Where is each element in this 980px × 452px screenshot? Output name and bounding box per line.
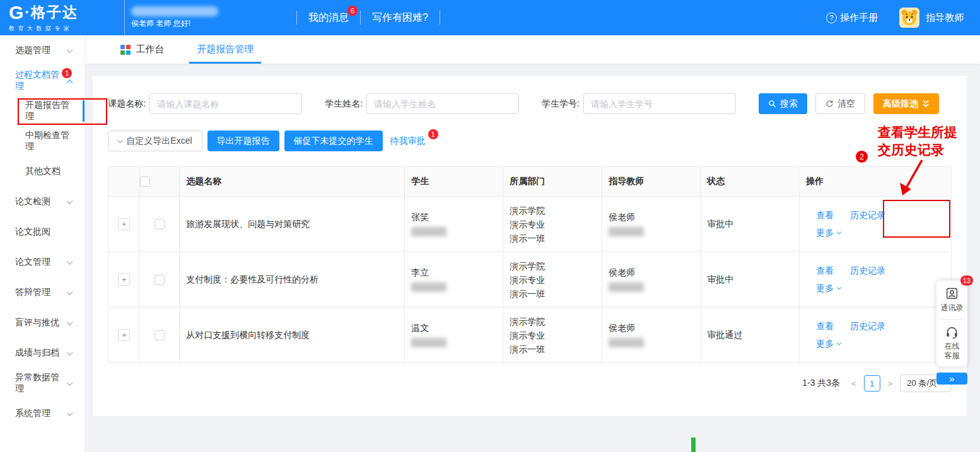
header-nav: 我的消息 6 写作有困难? xyxy=(296,0,440,35)
student-cell: 温文 xyxy=(405,307,503,362)
sidebar-item-opening-report[interactable]: 开题报告管理 xyxy=(0,96,85,126)
tab-opening-report-management[interactable]: 开题报告管理 xyxy=(180,35,270,64)
history-link[interactable]: 历史记录 xyxy=(850,265,885,277)
student-cell: 张笑 xyxy=(405,196,503,252)
greeting-text: 侯老师 老师 您好! xyxy=(131,18,226,29)
pending-approval-link[interactable]: 待我审批 1 xyxy=(390,136,435,147)
chevron-down-icon xyxy=(67,198,73,204)
my-messages-link[interactable]: 我的消息 6 xyxy=(297,11,360,25)
more-link[interactable]: 更多 xyxy=(816,283,841,294)
custom-export-excel-dropdown[interactable]: 自定义导出Excel xyxy=(108,130,202,151)
online-service-button[interactable]: 在线客服 xyxy=(936,320,967,366)
chevron-down-icon xyxy=(837,286,841,290)
sidebar-item-paper-management[interactable]: 论文管理 xyxy=(0,247,85,277)
row-checkbox[interactable] xyxy=(155,330,165,340)
history-link[interactable]: 历史记录 xyxy=(850,321,885,332)
annotation-arrow-icon xyxy=(894,159,925,198)
redacted-username xyxy=(131,6,218,16)
header-department: 所属部门 xyxy=(503,167,602,196)
topic-cell: 从对口支援到横向转移支付制度 xyxy=(180,307,405,362)
redacted-student-id xyxy=(411,282,446,292)
advisor-cell: 侯老师 xyxy=(602,252,701,307)
sidebar-item-defense-management[interactable]: 答辩管理 xyxy=(0,277,85,308)
header-status: 状态 xyxy=(701,167,800,196)
topic-name-input[interactable] xyxy=(149,93,302,114)
logo-text: ·格子达 xyxy=(25,5,78,20)
department-cell: 演示学院演示专业演示一班 xyxy=(503,252,602,307)
sidebar-item-midterm-check[interactable]: 中期检查管理 xyxy=(0,126,85,156)
export-opening-report-button[interactable]: 导出开题报告 xyxy=(207,130,279,151)
row-checkbox[interactable] xyxy=(155,219,165,229)
view-link[interactable]: 查看 xyxy=(816,210,834,221)
operation-manual-link[interactable]: ? 操作手册 xyxy=(826,12,878,24)
student-id-label: 学生学号: xyxy=(542,98,580,110)
sidebar-item-process-documents[interactable]: 过程文档管理 1 xyxy=(0,66,85,96)
advanced-filter-button[interactable]: 高级筛选 xyxy=(873,93,939,114)
student-id-input[interactable] xyxy=(583,93,736,114)
divider xyxy=(440,11,440,25)
sidebar-item-grades-archive[interactable]: 成绩与归档 xyxy=(0,338,85,368)
chevron-down-icon xyxy=(67,319,73,325)
clear-button[interactable]: 清空 xyxy=(815,93,865,114)
expand-row-button[interactable]: + xyxy=(118,218,130,230)
top-header: G ·格子达 教育大数据专家 侯老师 老师 您好! 我的消息 6 写作有困难? … xyxy=(0,0,980,35)
status-cell: 审批通过 xyxy=(701,307,800,362)
current-page-button[interactable]: 1 xyxy=(864,375,880,391)
tab-workbench[interactable]: 工作台 xyxy=(104,35,180,64)
collapse-panel-button[interactable]: » xyxy=(936,373,967,385)
scroll-indicator xyxy=(691,438,696,452)
redacted-advisor-id xyxy=(609,227,644,236)
prev-page-button[interactable]: < xyxy=(850,379,858,388)
app-logo: G ·格子达 教育大数据专家 xyxy=(0,0,125,35)
next-page-button[interactable]: > xyxy=(887,379,894,388)
sidebar-item-topic-management[interactable]: 选题管理 xyxy=(0,35,85,66)
expand-row-button[interactable]: + xyxy=(118,329,130,341)
select-all-checkbox[interactable] xyxy=(140,177,150,187)
header-advisor: 指导教师 xyxy=(602,167,701,196)
search-button[interactable]: 搜索 xyxy=(759,93,807,114)
process-docs-badge: 1 xyxy=(62,68,72,78)
more-link[interactable]: 更多 xyxy=(816,339,841,350)
pending-approval-badge: 1 xyxy=(428,129,438,139)
contacts-button[interactable]: 通讯录 xyxy=(936,281,967,319)
status-cell: 审批中 xyxy=(701,252,800,307)
sidebar-item-system-management[interactable]: 系统管理 xyxy=(0,398,85,429)
logo-g-icon: G xyxy=(9,3,23,22)
tiger-avatar-icon xyxy=(900,8,919,27)
header-student: 学生 xyxy=(405,167,503,196)
row-checkbox[interactable] xyxy=(155,275,165,285)
view-link[interactable]: 查看 xyxy=(816,265,834,277)
expand-row-button[interactable]: + xyxy=(118,274,130,286)
topic-name-label: 课题名称: xyxy=(108,98,146,110)
main-area: 工作台 开题报告管理 课题名称: 学生姓名: xyxy=(85,35,980,452)
redacted-advisor-id xyxy=(609,338,644,347)
advisor-avatar[interactable] xyxy=(899,8,919,28)
topic-cell: 旅游发展现状、问题与对策研究 xyxy=(180,196,405,252)
content-area: 课题名称: 学生姓名: 学生学号: 搜索 xyxy=(85,64,980,452)
table-row: + 从对口支援到横向转移支付制度 温文 演示学院演示专业演示一班 侯老师 审批通… xyxy=(108,307,951,362)
more-link[interactable]: 更多 xyxy=(816,228,841,239)
reports-table: 选题名称 学生 所属部门 指导教师 状态 操作 + 旅游发展现状、问题与对策研究… xyxy=(108,166,952,363)
sidebar-item-paper-review[interactable]: 论文批阅 xyxy=(0,217,85,247)
view-link[interactable]: 查看 xyxy=(816,321,834,332)
history-link[interactable]: 历史记录 xyxy=(850,210,885,221)
sidebar: 选题管理 过程文档管理 1 开题报告管理 中期检查管理 其他文档 论文检测 论文… xyxy=(0,35,85,452)
chevron-down-icon xyxy=(67,410,73,416)
sidebar-item-abnormal-data[interactable]: 异常数据管理 xyxy=(0,368,85,398)
chevron-down-icon xyxy=(67,258,73,265)
urge-unsubmitted-students-button[interactable]: 催促下未提交的学生 xyxy=(284,130,383,151)
chevron-down-icon xyxy=(67,47,73,53)
tutorial-annotation-text: 查看学生所提 交历史记录 xyxy=(878,124,979,159)
student-name-label: 学生姓名: xyxy=(325,98,363,110)
student-name-input[interactable] xyxy=(366,93,519,114)
sidebar-item-paper-detection[interactable]: 论文检测 xyxy=(0,187,85,217)
header-checkbox-col xyxy=(140,167,180,196)
sidebar-item-blind-review[interactable]: 盲评与推优 xyxy=(0,308,85,338)
chevron-down-icon xyxy=(837,230,841,235)
header-operation: 操作 xyxy=(800,167,951,196)
writing-help-link[interactable]: 写作有困难? xyxy=(361,11,440,25)
chevron-up-icon xyxy=(67,79,73,86)
table-row: + 旅游发展现状、问题与对策研究 张笑 演示学院演示专业演示一班 侯老师 审批中… xyxy=(108,196,951,252)
messages-badge: 6 xyxy=(347,6,358,16)
sidebar-item-other-documents[interactable]: 其他文档 xyxy=(0,156,85,187)
